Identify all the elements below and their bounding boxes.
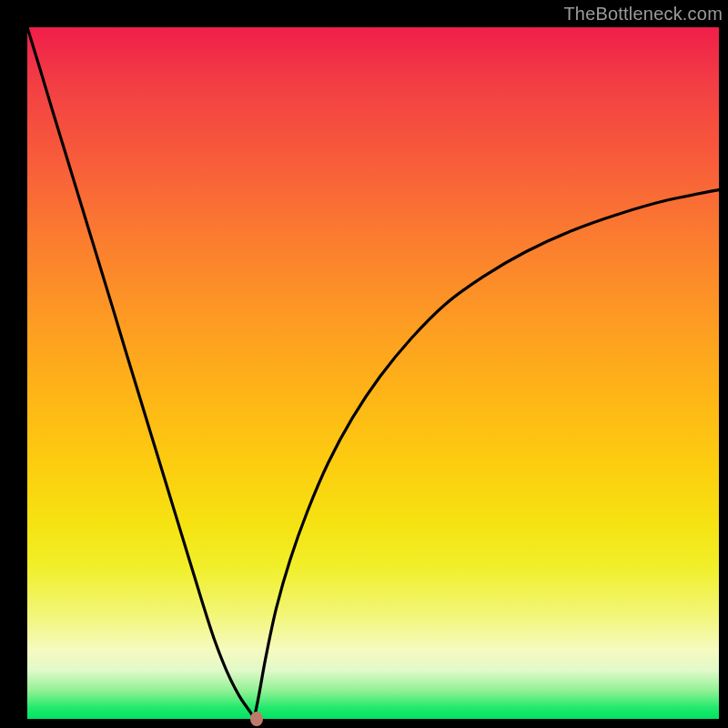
watermark-text: TheBottleneck.com xyxy=(563,4,723,25)
bottleneck-curve xyxy=(27,27,719,719)
curve-left-branch xyxy=(27,27,254,719)
chart-stage: TheBottleneck.com xyxy=(0,0,728,728)
curve-right-branch xyxy=(254,190,719,719)
minimum-marker xyxy=(250,712,263,726)
plot-area xyxy=(27,27,719,719)
